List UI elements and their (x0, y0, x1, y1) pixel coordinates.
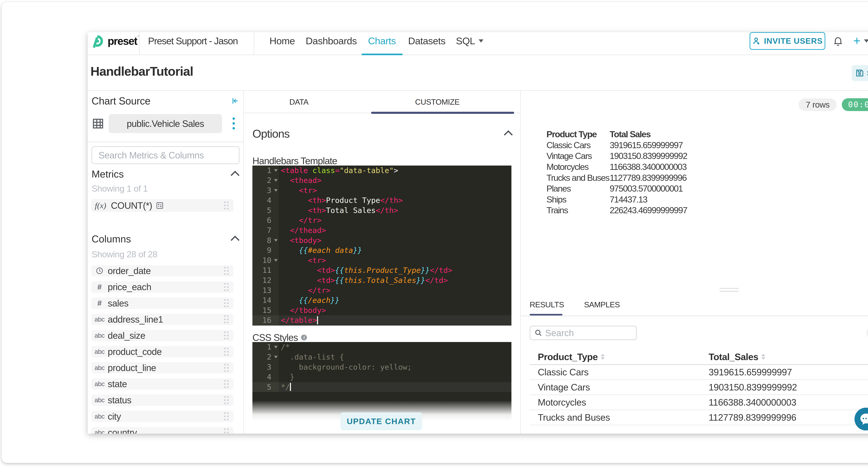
column-item[interactable]: # abc address_line1 (91, 314, 234, 325)
preview-table-row: Trains 226243.46999999997 (547, 205, 687, 216)
drag-handle-icon[interactable] (224, 428, 229, 434)
calculator-icon (156, 202, 163, 209)
drag-handle-icon[interactable] (224, 283, 229, 291)
fold-arrow-icon[interactable] (274, 239, 278, 242)
preview-table-row: Motorcycles 1166388.3400000003 (547, 161, 687, 173)
metrics-columns-search-input[interactable] (92, 146, 240, 164)
sort-icon[interactable] (601, 354, 604, 360)
chat-support-button[interactable] (854, 407, 868, 431)
column-item[interactable]: # abc state (91, 378, 234, 389)
row-count-badge: 7 rows (799, 98, 837, 111)
results-search-input[interactable] (545, 328, 636, 338)
results-table-row[interactable]: Vintage Cars 1903150.8399999992 (530, 380, 868, 395)
tab-results[interactable]: RESULTS (530, 298, 564, 312)
options-section-header[interactable]: Options (252, 127, 512, 140)
column-item[interactable]: # abc product_code (91, 346, 234, 357)
results-header-total-sales[interactable]: Total_Sales (709, 348, 765, 365)
drag-handle-icon[interactable] (224, 331, 229, 340)
code-text: </thead> (279, 225, 512, 236)
nav-menu-item[interactable]: Charts (368, 32, 396, 50)
fold-arrow-icon[interactable] (274, 169, 278, 172)
notifications-bell-icon[interactable] (833, 35, 843, 46)
resize-grip-line (720, 291, 739, 292)
code-line: 9 {{#each data}} (252, 245, 512, 255)
column-item[interactable]: # abc city (91, 411, 234, 422)
drag-handle-icon[interactable] (224, 412, 229, 420)
line-number-gutter: 1 (252, 342, 279, 352)
drag-handle-icon[interactable] (224, 267, 229, 275)
dataset-name[interactable]: public.Vehicle Sales (109, 114, 222, 133)
fold-arrow-icon[interactable] (274, 259, 278, 262)
drag-handle-icon[interactable] (224, 299, 229, 308)
line-number-gutter: 2 (252, 176, 279, 186)
tab-customize[interactable]: CUSTOMIZE (415, 91, 460, 113)
fold-arrow-icon[interactable] (274, 179, 278, 182)
metric-item[interactable]: f(x) COUNT(*) (91, 199, 234, 212)
dataset-kebab-menu[interactable] (232, 117, 236, 130)
code-text: .data-list { (279, 352, 512, 362)
column-item[interactable]: # abc order_date (91, 265, 234, 276)
nav-menu-item-label: Dashboards (306, 35, 357, 46)
collapse-panel-icon[interactable] (231, 97, 239, 105)
chevron-up-icon (230, 171, 239, 180)
tab-data[interactable]: DATA (289, 91, 309, 113)
css-styles-label: CSS Styles i (252, 332, 307, 343)
preview-cell-total-sales: 975003.5700000001 (610, 183, 687, 194)
chevron-up-icon (230, 236, 239, 245)
results-table-row[interactable]: Motorcycles 1166388.3400000003 (530, 395, 868, 410)
save-button[interactable]: SAVE (852, 65, 868, 81)
column-name: address_line1 (108, 314, 163, 325)
top-navbar: preset™ Preset Support - Jason Home Dash… (88, 32, 868, 55)
workspace-name[interactable]: Preset Support - Jason (148, 32, 238, 50)
tab-samples[interactable]: SAMPLES (584, 298, 620, 312)
column-type-icon: # abc (91, 332, 108, 339)
update-chart-button[interactable]: UPDATE CHART (340, 412, 422, 430)
column-item[interactable]: # abc status (91, 395, 234, 406)
fold-arrow-icon[interactable] (274, 346, 278, 348)
info-icon[interactable]: i (301, 335, 307, 340)
columns-section-header[interactable]: Columns (92, 233, 238, 245)
code-line: 2 .data-list { (252, 352, 512, 362)
code-text: <table class="data-table"> (279, 165, 512, 176)
column-item[interactable]: # abc deal_size (91, 330, 234, 341)
fold-arrow-icon[interactable] (274, 356, 278, 358)
line-number-gutter: 12 (252, 275, 279, 285)
chart-title[interactable]: HandlebarTutorial (90, 64, 193, 79)
column-item[interactable]: # abc product_line (91, 362, 234, 373)
results-search-box[interactable] (530, 326, 637, 340)
results-header-product-type[interactable]: Product_Type (538, 348, 604, 365)
drag-handle-icon[interactable] (224, 364, 229, 372)
new-item-menu[interactable]: + (853, 32, 868, 50)
nav-menu-item[interactable]: Home (270, 32, 295, 50)
drag-handle-icon[interactable] (224, 201, 229, 210)
preset-logo[interactable]: preset™ (92, 34, 140, 48)
drag-handle-icon[interactable] (224, 347, 229, 356)
sort-icon[interactable] (762, 354, 765, 360)
columns-showing-count: Showing 28 of 28 (92, 249, 157, 259)
fold-arrow-icon[interactable] (274, 189, 278, 192)
nav-menu-item[interactable]: SQL (456, 32, 483, 50)
column-type-icon: # abc (91, 299, 108, 308)
text-icon: abc (95, 396, 105, 404)
code-line: 3 background-color: yellow; (252, 362, 512, 372)
drag-handle-icon[interactable] (224, 315, 229, 324)
code-line: 11 <td>{{this.Product_Type}}</td> (252, 265, 512, 275)
column-item[interactable]: # abc sales (91, 298, 234, 309)
nav-menu-item[interactable]: Dashboards (306, 32, 357, 50)
panel-resize-handle[interactable] (720, 288, 739, 293)
css-code-editor[interactable]: 1 /* 2 .data-list { 3 background-color: … (252, 342, 512, 420)
results-table-row[interactable]: Trucks and Buses 1127789.8399999996 (530, 410, 868, 425)
results-table-row[interactable]: Classic Cars 3919615.659999997 (530, 365, 868, 380)
column-item[interactable]: # abc country (91, 427, 234, 434)
preview-header-row: Product Type Total Sales (547, 129, 687, 140)
handlebars-code-editor[interactable]: 1 <table class="data-table"> 2 <thead> 3… (252, 165, 512, 326)
drag-handle-icon[interactable] (224, 396, 229, 405)
preview-cell-total-sales: 1903150.8399999992 (610, 151, 687, 161)
line-number-gutter: 3 (252, 362, 279, 372)
metrics-section-header[interactable]: Metrics (92, 168, 238, 180)
column-item[interactable]: # abc price_each (91, 281, 234, 292)
drag-handle-icon[interactable] (224, 380, 229, 388)
invite-users-button[interactable]: INVITE USERS (750, 32, 826, 50)
text-icon: abc (95, 316, 105, 323)
nav-menu-item[interactable]: Datasets (408, 32, 445, 50)
